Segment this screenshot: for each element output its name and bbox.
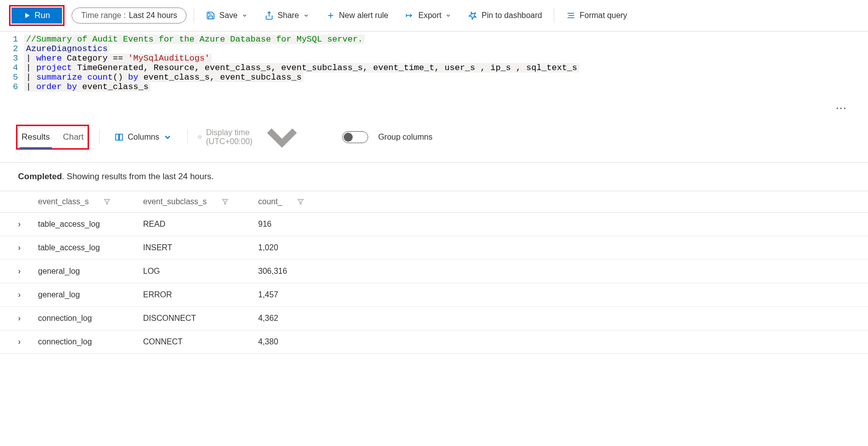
tab-chart[interactable]: Chart: [61, 127, 86, 148]
line-number: 4: [9, 63, 24, 73]
cell-event-subclass: LOG: [143, 267, 258, 276]
cell-event-class: table_access_log: [38, 220, 143, 229]
table-row[interactable]: ›general_logLOG306,316: [0, 260, 868, 283]
chevron-down-icon: [257, 112, 307, 162]
cell-event-subclass: INSERT: [143, 243, 258, 252]
cell-count: 306,316: [258, 267, 338, 276]
query-editor[interactable]: 1//Summary of Audit Events for the Azure…: [0, 32, 868, 112]
code-content[interactable]: | summarize count() by event_class_s, ev…: [24, 73, 304, 82]
cell-count: 4,362: [258, 314, 338, 323]
chevron-down-icon: [163, 133, 172, 142]
results-grid-header: event_class_s event_subclass_s count_: [0, 191, 868, 213]
chevron-down-icon: [445, 13, 451, 19]
share-icon: [265, 11, 274, 20]
column-header-2[interactable]: count_: [258, 197, 282, 206]
divider: [194, 8, 194, 23]
filter-icon[interactable]: [222, 198, 229, 205]
run-label: Run: [35, 11, 50, 21]
svg-marker-11: [105, 200, 110, 204]
columns-button[interactable]: Columns: [110, 129, 177, 146]
filter-icon[interactable]: [104, 198, 111, 205]
expand-row-icon[interactable]: ›: [18, 220, 38, 229]
plus-icon: [326, 11, 335, 20]
editor-line[interactable]: 1//Summary of Audit Events for the Azure…: [9, 35, 859, 44]
editor-line[interactable]: 5| summarize count() by event_class_s, e…: [9, 73, 859, 82]
tabs-highlight-box: Results Chart: [16, 125, 89, 150]
expand-row-icon[interactable]: ›: [18, 290, 38, 299]
filter-icon[interactable]: [297, 198, 304, 205]
chevron-down-icon: [242, 13, 248, 19]
expand-row-icon[interactable]: ›: [18, 243, 38, 252]
columns-icon: [115, 133, 124, 142]
cell-event-subclass: CONNECT: [143, 337, 258, 346]
table-row[interactable]: ›table_access_logINSERT1,020: [0, 236, 868, 260]
display-time-label: Display time (UTC+00:00): [206, 128, 253, 146]
editor-line[interactable]: 6| order by event_class_s: [9, 82, 859, 92]
line-number: 2: [9, 44, 24, 54]
code-content[interactable]: AzureDiagnostics: [24, 44, 110, 54]
save-label: Save: [219, 11, 237, 20]
divider: [554, 8, 554, 23]
play-icon: [24, 12, 31, 19]
share-button[interactable]: Share: [260, 8, 314, 23]
line-number: 6: [9, 82, 24, 92]
cell-count: 1,020: [258, 243, 338, 252]
status-completed: Completed: [18, 172, 62, 181]
tab-results[interactable]: Results: [20, 127, 52, 149]
cell-count: 1,457: [258, 290, 338, 299]
run-highlight-box: Run: [9, 5, 65, 26]
group-columns-label: Group columns: [378, 133, 433, 142]
cell-event-class: connection_log: [38, 337, 143, 346]
cell-count: 916: [258, 220, 338, 229]
cell-event-class: table_access_log: [38, 243, 143, 252]
time-range-value: Last 24 hours: [129, 11, 177, 20]
format-query-button[interactable]: Format query: [561, 8, 632, 23]
export-button[interactable]: Export: [400, 8, 456, 23]
pin-label: Pin to dashboard: [481, 11, 542, 20]
code-content[interactable]: | project TimeGenerated, Resource, event…: [24, 63, 579, 73]
new-alert-label: New alert rule: [339, 11, 389, 20]
chevron-down-icon: [303, 13, 309, 19]
table-row[interactable]: ›connection_logCONNECT4,380: [0, 330, 868, 354]
run-button[interactable]: Run: [12, 8, 62, 24]
save-button[interactable]: Save: [201, 8, 252, 23]
new-alert-button[interactable]: New alert rule: [321, 8, 394, 23]
svg-marker-12: [223, 200, 228, 204]
expand-row-icon[interactable]: ›: [18, 267, 38, 276]
divider: [99, 130, 100, 145]
results-bar: ⋯ Results Chart Columns Display time (UT…: [0, 112, 868, 163]
pin-button[interactable]: Pin to dashboard: [463, 8, 547, 23]
display-time-selector[interactable]: Display time (UTC+00:00): [198, 112, 307, 162]
table-row[interactable]: ›table_access_logREAD916: [0, 213, 868, 236]
line-number: 5: [9, 73, 24, 82]
line-number: 3: [9, 54, 24, 63]
more-menu[interactable]: ⋯: [835, 102, 848, 115]
column-header-0[interactable]: event_class_s: [38, 197, 89, 206]
line-number: 1: [9, 35, 24, 44]
export-label: Export: [418, 11, 441, 20]
expand-row-icon[interactable]: ›: [18, 314, 38, 323]
time-range-selector[interactable]: Time range : Last 24 hours: [72, 8, 187, 24]
code-content[interactable]: //Summary of Audit Events for the Azure …: [24, 35, 365, 44]
code-content[interactable]: | order by event_class_s: [24, 82, 151, 92]
column-header-1[interactable]: event_subclass_s: [143, 197, 207, 206]
editor-line[interactable]: 4| project TimeGenerated, Resource, even…: [9, 63, 859, 73]
table-row[interactable]: ›connection_logDISCONNECT4,362: [0, 307, 868, 330]
editor-line[interactable]: 2AzureDiagnostics: [9, 44, 859, 54]
svg-marker-13: [298, 200, 304, 204]
table-row[interactable]: ›general_logERROR1,457: [0, 283, 868, 307]
format-icon: [566, 11, 575, 20]
cell-event-subclass: ERROR: [143, 290, 258, 299]
svg-rect-8: [116, 134, 119, 140]
cell-event-class: general_log: [38, 267, 143, 276]
export-icon: [405, 11, 414, 20]
clock-icon: [198, 133, 202, 142]
divider: [187, 130, 188, 145]
code-content[interactable]: | where Category == 'MySqlAuditLogs': [24, 54, 212, 63]
editor-line[interactable]: 3| where Category == 'MySqlAuditLogs': [9, 54, 859, 63]
pin-icon: [468, 11, 477, 20]
group-columns-toggle[interactable]: [342, 131, 368, 143]
cell-event-subclass: READ: [143, 220, 258, 229]
expand-row-icon[interactable]: ›: [18, 337, 38, 346]
svg-rect-9: [120, 134, 123, 140]
